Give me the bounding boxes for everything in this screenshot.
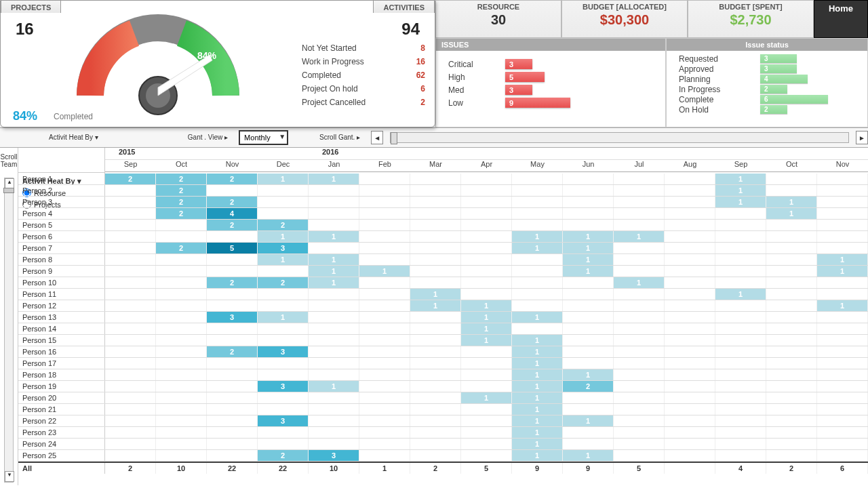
heatmap-cell[interactable] xyxy=(715,427,766,438)
heatmap-cell[interactable] xyxy=(766,415,817,426)
heatmap-cell[interactable] xyxy=(817,450,868,461)
heatmap-cell[interactable]: 1 xyxy=(410,289,461,300)
heatmap-cell[interactable] xyxy=(614,369,665,380)
person-name[interactable]: Person 10 xyxy=(18,277,105,288)
heatmap-cell[interactable] xyxy=(563,197,614,207)
heatmap-cell[interactable] xyxy=(207,231,258,242)
heatmap-cell[interactable] xyxy=(410,427,461,438)
heatmap-cell[interactable] xyxy=(665,427,715,438)
heatmap-cell[interactable] xyxy=(258,289,309,300)
heatmap-cell[interactable] xyxy=(766,312,817,323)
heatmap-cell[interactable] xyxy=(766,335,817,346)
heatmap-cell[interactable] xyxy=(309,346,359,357)
heatmap-cell[interactable] xyxy=(207,427,258,438)
heatmap-cell[interactable] xyxy=(359,231,410,242)
heatmap-cell[interactable]: 1 xyxy=(309,231,359,242)
heatmap-cell[interactable]: 1 xyxy=(512,450,563,461)
heatmap-cell[interactable] xyxy=(665,369,715,380)
heatmap-cell[interactable]: 1 xyxy=(817,254,868,265)
heatmap-cell[interactable]: 3 xyxy=(258,381,309,392)
heatmap-cell[interactable] xyxy=(410,208,461,219)
heatmap-cell[interactable]: 1 xyxy=(461,392,512,403)
heatmap-cell[interactable] xyxy=(156,346,207,357)
heatmap-cell[interactable] xyxy=(309,369,359,380)
heatmap-cell[interactable] xyxy=(817,174,868,184)
heatmap-cell[interactable] xyxy=(614,289,665,300)
heatmap-cell[interactable] xyxy=(563,439,614,449)
person-name[interactable]: Person 12 xyxy=(18,300,105,311)
heatmap-cell[interactable] xyxy=(105,300,156,311)
heatmap-cell[interactable] xyxy=(461,381,512,392)
heatmap-cell[interactable] xyxy=(156,289,207,300)
heatmap-cell[interactable] xyxy=(410,381,461,392)
heatmap-cell[interactable]: 1 xyxy=(461,323,512,334)
heatmap-cell[interactable] xyxy=(207,185,258,196)
heatmap-cell[interactable]: 2 xyxy=(207,346,258,357)
heatmap-cell[interactable] xyxy=(410,358,461,369)
period-select[interactable]: Monthly ▼ xyxy=(239,130,288,145)
heatmap-cell[interactable]: 1 xyxy=(309,174,359,184)
heatmap-cell[interactable] xyxy=(766,439,817,449)
person-name[interactable]: Person 15 xyxy=(18,335,105,346)
heatmap-cell[interactable] xyxy=(614,243,665,253)
heatmap-cell[interactable] xyxy=(563,300,614,311)
heatmap-cell[interactable]: 1 xyxy=(461,300,512,311)
heatmap-cell[interactable]: 2 xyxy=(258,277,309,288)
person-name[interactable]: Person 23 xyxy=(18,427,105,438)
heatmap-cell[interactable] xyxy=(207,358,258,369)
person-name[interactable]: Person 21 xyxy=(18,404,105,415)
person-name[interactable]: Person 20 xyxy=(18,392,105,403)
heatmap-cell[interactable] xyxy=(461,208,512,219)
heatmap-cell[interactable] xyxy=(563,289,614,300)
heatmap-cell[interactable] xyxy=(156,300,207,311)
heatmap-cell[interactable]: 1 xyxy=(512,415,563,426)
heatmap-cell[interactable] xyxy=(309,323,359,334)
heatmap-cell[interactable] xyxy=(105,346,156,357)
heatmap-cell[interactable] xyxy=(309,185,359,196)
heatmap-cell[interactable] xyxy=(309,300,359,311)
heatmap-cell[interactable]: 2 xyxy=(105,174,156,184)
heatmap-cell[interactable] xyxy=(105,404,156,415)
heatmap-cell[interactable] xyxy=(207,392,258,403)
heatmap-cell[interactable] xyxy=(715,404,766,415)
gant-view-label[interactable]: Gant . View ▸ xyxy=(188,134,228,141)
heatmap-cell[interactable]: 1 xyxy=(309,266,359,277)
heatmap-cell[interactable]: 3 xyxy=(309,450,359,461)
heatmap-cell[interactable] xyxy=(817,335,868,346)
heatmap-cell[interactable] xyxy=(105,266,156,277)
heatmap-cell[interactable] xyxy=(512,185,563,196)
heatmap-cell[interactable]: 2 xyxy=(156,197,207,207)
heatmap-cell[interactable]: 1 xyxy=(563,243,614,253)
heatmap-cell[interactable] xyxy=(309,289,359,300)
heatmap-cell[interactable]: 2 xyxy=(156,243,207,253)
heatmap-cell[interactable] xyxy=(105,312,156,323)
heatmap-cell[interactable] xyxy=(105,254,156,265)
heatmap-cell[interactable]: 1 xyxy=(614,231,665,242)
heatmap-cell[interactable] xyxy=(410,439,461,449)
heatmap-cell[interactable] xyxy=(105,277,156,288)
heatmap-cell[interactable] xyxy=(665,289,715,300)
heatmap-cell[interactable]: 1 xyxy=(512,243,563,253)
heatmap-cell[interactable] xyxy=(817,346,868,357)
heatmap-cell[interactable] xyxy=(461,427,512,438)
heatmap-cell[interactable] xyxy=(614,415,665,426)
heatmap-cell[interactable] xyxy=(665,231,715,242)
heatmap-cell[interactable] xyxy=(665,381,715,392)
heatmap-cell[interactable]: 1 xyxy=(512,392,563,403)
heatmap-cell[interactable] xyxy=(309,392,359,403)
heatmap-cell[interactable] xyxy=(563,346,614,357)
heatmap-cell[interactable] xyxy=(461,346,512,357)
person-name[interactable]: Person 17 xyxy=(18,358,105,369)
heatmap-cell[interactable] xyxy=(766,358,817,369)
heatmap-cell[interactable] xyxy=(512,277,563,288)
heatmap-cell[interactable] xyxy=(512,254,563,265)
heatmap-cell[interactable] xyxy=(817,427,868,438)
heatmap-cell[interactable] xyxy=(715,277,766,288)
heatmap-cell[interactable]: 2 xyxy=(207,277,258,288)
person-name[interactable]: Person 11 xyxy=(18,289,105,300)
heatmap-cell[interactable] xyxy=(614,335,665,346)
heatmap-cell[interactable] xyxy=(715,254,766,265)
heatmap-cell[interactable] xyxy=(563,427,614,438)
heatmap-cell[interactable] xyxy=(817,312,868,323)
heatmap-cell[interactable] xyxy=(512,300,563,311)
